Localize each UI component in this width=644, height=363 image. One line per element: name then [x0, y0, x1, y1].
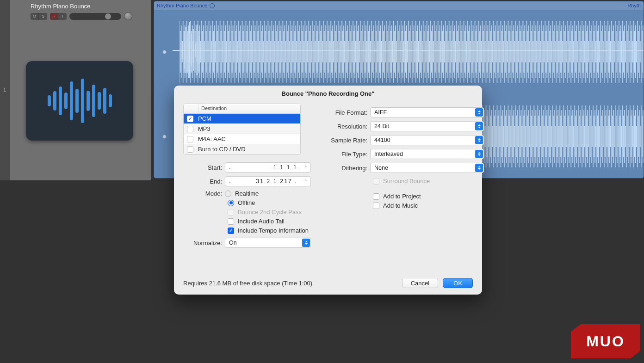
track-mode-buttons: M S — [31, 13, 47, 20]
dithering-select[interactable]: None — [370, 163, 484, 173]
radio-offline[interactable] — [228, 200, 234, 206]
checkbox-add-project[interactable] — [373, 193, 379, 200]
track-number: 1 — [3, 87, 6, 92]
checkbox-icon[interactable] — [187, 136, 193, 142]
checkbox-include-tempo[interactable] — [228, 228, 234, 234]
stepper-icon[interactable] — [475, 136, 483, 144]
start-position-input[interactable]: ⌄ 1 1 1 1 ⌃ — [225, 162, 311, 172]
dialog-title: Bounce "Phono Recording One" — [174, 86, 482, 104]
track-rec-buttons: R I — [50, 13, 67, 20]
file-format-select[interactable]: AIFF — [370, 107, 484, 117]
loop-icon[interactable] — [210, 3, 215, 8]
waveform-icon — [154, 17, 644, 86]
stepper-icon[interactable] — [475, 108, 483, 117]
chevron-up-icon[interactable]: ⌃ — [301, 165, 310, 170]
muo-logo: MUO — [571, 324, 640, 358]
include-tempo-label: Include Tempo Information — [238, 227, 309, 234]
checkbox-icon[interactable] — [187, 116, 193, 122]
chevron-down-icon[interactable]: ⌄ — [225, 179, 235, 184]
destination-label: MP3 — [198, 125, 211, 132]
file-format-value: AIFF — [374, 109, 387, 116]
svg-rect-15 — [180, 17, 644, 86]
sample-rate-label: Sample Rate: — [327, 137, 370, 144]
chevron-up-icon[interactable]: ⌃ — [301, 179, 310, 184]
resolution-value: 24 Bit — [374, 123, 389, 129]
add-project-label: Add to Project — [383, 193, 421, 200]
clip-name-right: Rhyth — [627, 3, 641, 8]
sample-rate-select[interactable]: 44100 — [370, 135, 484, 145]
mode-label: Mode: — [183, 190, 225, 197]
resolution-select[interactable]: 24 Bit — [370, 121, 484, 131]
file-type-label: File Type: — [327, 151, 370, 158]
stepper-icon[interactable] — [302, 239, 310, 247]
input-button[interactable]: I — [58, 13, 67, 20]
start-label: Start: — [183, 164, 225, 171]
bounce-2nd-label: Bounce 2nd Cycle Pass — [238, 209, 302, 215]
mode-offline-label: Offline — [238, 199, 255, 206]
track-icon[interactable] — [26, 61, 133, 141]
end-position-input[interactable]: ⌄ 31 2 1 217 . ⌃ — [225, 176, 311, 186]
normalize-label: Normalize: — [183, 240, 225, 246]
record-button[interactable]: R — [50, 13, 58, 20]
destination-header: Destination — [198, 104, 229, 113]
destination-row-burn[interactable]: Burn to CD / DVD — [184, 144, 300, 154]
file-type-select[interactable]: Interleaved — [370, 149, 484, 159]
file-format-label: File Format: — [327, 109, 370, 116]
dithering-value: None — [374, 165, 388, 171]
pan-knob[interactable] — [124, 12, 132, 20]
checkbox-icon[interactable] — [187, 126, 193, 132]
stepper-icon[interactable] — [475, 150, 483, 158]
surround-label: Surround Bounce — [383, 178, 430, 185]
end-label: End: — [183, 178, 225, 185]
file-type-value: Interleaved — [374, 151, 403, 157]
end-value[interactable]: 31 2 1 217 . — [235, 178, 301, 185]
sample-rate-value: 44100 — [374, 137, 390, 143]
include-tail-label: Include Audio Tail — [238, 218, 285, 225]
muo-watermark: MUO — [571, 324, 640, 358]
resolution-label: Resolution: — [327, 123, 370, 130]
destination-row-mp3[interactable]: MP3 — [184, 124, 300, 134]
chevron-down-icon[interactable]: ⌄ — [225, 165, 235, 170]
destination-row-m4a[interactable]: M4A: AAC — [184, 134, 300, 144]
normalize-select[interactable]: On — [225, 238, 311, 248]
volume-slider[interactable] — [69, 13, 121, 20]
stepper-icon[interactable] — [475, 164, 483, 172]
mode-realtime-label: Realtime — [235, 190, 259, 197]
solo-button[interactable]: S — [39, 13, 47, 20]
checkbox-add-music[interactable] — [373, 203, 379, 209]
track-name[interactable]: Rhythm Piano Bounce — [31, 3, 90, 10]
destination-label: Burn to CD / DVD — [198, 146, 246, 153]
track-panel: 1 Rhythm Piano Bounce M S R I — [0, 0, 151, 180]
bounce-dialog: Bounce "Phono Recording One" Destination… — [174, 86, 482, 295]
mute-button[interactable]: M — [31, 13, 39, 20]
checkbox-surround — [373, 178, 379, 185]
checkbox-icon[interactable] — [187, 146, 193, 153]
destination-label: M4A: AAC — [198, 135, 226, 142]
destination-table: Destination PCM MP3 M4A: AAC Burn to CD … — [183, 104, 301, 155]
clip-header: Rhythm Piano Bounce Rhyth — [154, 1, 644, 10]
clip-name: Rhythm Piano Bounce — [157, 3, 207, 8]
track-number-strip: 1 — [0, 0, 10, 180]
radio-realtime[interactable] — [225, 191, 231, 197]
checkbox-include-tail[interactable] — [228, 218, 234, 225]
checkbox-bounce-2nd — [228, 209, 234, 215]
footer-status: Requires 21.6 MB of free disk space (Tim… — [183, 280, 312, 287]
dithering-label: Dithering: — [327, 165, 370, 172]
ok-button[interactable]: OK — [443, 278, 473, 288]
start-value[interactable]: 1 1 1 1 — [235, 164, 301, 171]
cancel-button[interactable]: Cancel — [402, 278, 438, 288]
audio-bars-icon — [48, 79, 112, 123]
normalize-value: On — [229, 240, 237, 246]
stepper-icon[interactable] — [475, 122, 483, 130]
destination-label: PCM — [198, 115, 211, 122]
destination-row-pcm[interactable]: PCM — [184, 114, 300, 124]
add-music-label: Add to Music — [383, 202, 418, 209]
